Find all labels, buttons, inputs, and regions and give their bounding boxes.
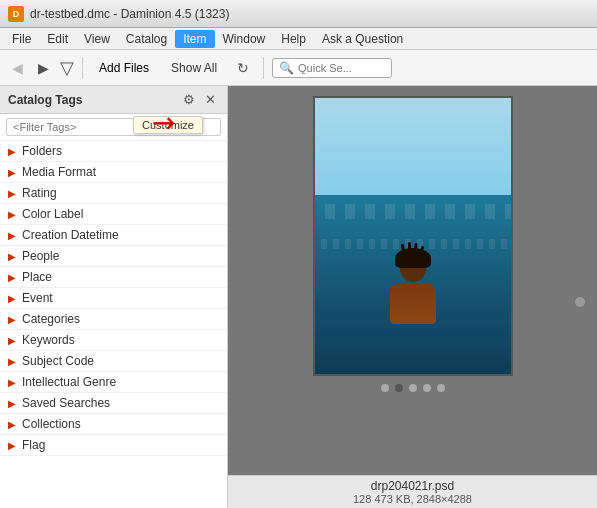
tag-expand-icon: ▶ [8,146,16,157]
menu-ask[interactable]: Ask a Question [314,30,411,48]
file-name: drp204021r.psd [236,479,589,493]
close-button[interactable]: ✕ [201,91,219,109]
person-head [400,256,426,282]
add-files-button[interactable]: Add Files [91,57,157,79]
tag-item-people[interactable]: ▶ People [0,246,227,267]
file-info: 128 473 KB, 2848×4288 [236,493,589,505]
dot-4[interactable] [423,384,431,392]
tag-expand-icon: ▶ [8,272,16,283]
tag-item-folders[interactable]: ▶ Folders [0,141,227,162]
menu-view[interactable]: View [76,30,118,48]
wave-shimmer [315,204,511,219]
tag-label: Event [22,291,53,305]
dot-3[interactable] [409,384,417,392]
tag-label: Categories [22,312,80,326]
tag-item-media-format[interactable]: ▶ Media Format [0,162,227,183]
tag-list: ▶ Folders ▶ Media Format ▶ Rating ▶ Colo… [0,141,227,508]
tag-item-place[interactable]: ▶ Place [0,267,227,288]
tag-expand-icon: ▶ [8,251,16,262]
tag-label: Rating [22,186,57,200]
toolbar: ◀ ▶ ▽ Add Files Show All ↻ 🔍 [0,50,597,86]
tag-expand-icon: ▶ [8,314,16,325]
tag-item-categories[interactable]: ▶ Categories [0,309,227,330]
tag-expand-icon: ▶ [8,377,16,388]
tag-label: Color Label [22,207,83,221]
title-bar-text: dr-testbed.dmc - Daminion 4.5 (1323) [30,7,229,21]
preview-panel: drp204021r.psd 128 473 KB, 2848×4288 [228,86,597,508]
dot-1[interactable] [381,384,389,392]
dread3 [413,243,417,258]
tag-expand-icon: ▶ [8,398,16,409]
panel-header: Catalog Tags ⚙ ✕ [0,86,227,114]
main-layout: Catalog Tags ⚙ ✕ Customize ↗ ▶ Folders ▶… [0,86,597,508]
search-icon: 🔍 [279,61,294,75]
tag-expand-icon: ▶ [8,419,16,430]
tag-item-collections[interactable]: ▶ Collections [0,414,227,435]
show-all-button[interactable]: Show All [161,57,227,79]
refresh-button[interactable]: ↻ [231,56,255,80]
dread2 [408,242,411,258]
nav-down-button[interactable]: ▽ [60,57,74,79]
search-input[interactable] [298,62,385,74]
gear-button[interactable]: ⚙ [179,90,199,110]
tag-item-saved-searches[interactable]: ▶ Saved Searches [0,393,227,414]
panel-title: Catalog Tags [8,93,179,107]
menu-bar: File Edit View Catalog Item Window Help … [0,28,597,50]
dot-2[interactable] [395,384,403,392]
separator2 [263,57,264,79]
tag-expand-icon: ▶ [8,188,16,199]
app-icon: D [8,6,24,22]
tag-label: Place [22,270,52,284]
forward-button[interactable]: ▶ [32,57,54,79]
hair [395,248,431,268]
menu-edit[interactable]: Edit [39,30,76,48]
tag-item-event[interactable]: ▶ Event [0,288,227,309]
menu-file[interactable]: File [4,30,39,48]
tag-label: Subject Code [22,354,94,368]
add-files-label: Add Files [99,61,149,75]
tag-label: Folders [22,144,62,158]
tag-expand-icon: ▶ [8,209,16,220]
tag-item-keywords[interactable]: ▶ Keywords [0,330,227,351]
menu-catalog[interactable]: Catalog [118,30,175,48]
tag-label: Media Format [22,165,96,179]
search-box: 🔍 [272,58,392,78]
bottom-info-bar: drp204021r.psd 128 473 KB, 2848×4288 [228,475,597,508]
tag-item-intellectual-genre[interactable]: ▶ Intellectual Genre [0,372,227,393]
tag-label: Saved Searches [22,396,110,410]
tag-expand-icon: ▶ [8,293,16,304]
tag-expand-icon: ▶ [8,440,16,451]
tag-item-flag[interactable]: ▶ Flag [0,435,227,456]
sky-area [315,98,511,195]
tag-item-rating[interactable]: ▶ Rating [0,183,227,204]
tag-label: Creation Datetime [22,228,119,242]
menu-item[interactable]: Item [175,30,214,48]
tag-expand-icon: ▶ [8,230,16,241]
title-bar: D dr-testbed.dmc - Daminion 4.5 (1323) [0,0,597,28]
preview-content [238,96,587,498]
person-body [390,284,436,324]
separator [82,57,83,79]
tag-expand-icon: ▶ [8,167,16,178]
menu-help[interactable]: Help [273,30,314,48]
tag-label: People [22,249,59,263]
catalog-tags-panel: Catalog Tags ⚙ ✕ Customize ↗ ▶ Folders ▶… [0,86,228,508]
tag-label: Collections [22,417,81,431]
back-button[interactable]: ◀ [6,57,28,79]
person-figure [388,256,438,324]
tag-item-color-label[interactable]: ▶ Color Label [0,204,227,225]
image-preview [313,96,513,376]
tag-expand-icon: ▶ [8,335,16,346]
filter-container: Customize ↗ [0,114,227,141]
menu-window[interactable]: Window [215,30,274,48]
tag-item-creation-datetime[interactable]: ▶ Creation Datetime [0,225,227,246]
tag-label: Keywords [22,333,75,347]
dot-5[interactable] [437,384,445,392]
scroll-indicator[interactable] [575,297,585,307]
tag-item-subject-code[interactable]: ▶ Subject Code [0,351,227,372]
tag-label: Intellectual Genre [22,375,116,389]
dots-indicator [381,384,445,392]
tag-expand-icon: ▶ [8,356,16,367]
nav-down-icon: ▽ [60,57,74,79]
tag-label: Flag [22,438,45,452]
